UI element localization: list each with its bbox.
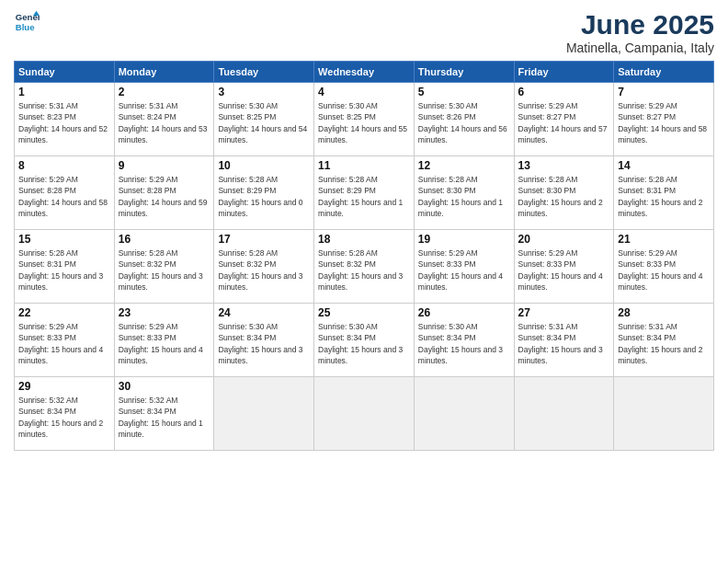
day-number: 7 (618, 86, 710, 98)
calendar-cell (614, 377, 714, 451)
day-info: Sunrise: 5:30 AM Sunset: 8:34 PM Dayligh… (418, 321, 510, 366)
weekday-wednesday: Wednesday (314, 62, 415, 83)
calendar-cell (214, 377, 314, 451)
day-info: Sunrise: 5:29 AM Sunset: 8:28 PM Dayligh… (119, 174, 210, 219)
day-number: 8 (18, 159, 110, 172)
day-info: Sunrise: 5:32 AM Sunset: 8:34 PM Dayligh… (119, 395, 210, 440)
calendar-cell: 21 Sunrise: 5:29 AM Sunset: 8:33 PM Dayl… (614, 230, 714, 304)
day-info: Sunrise: 5:28 AM Sunset: 8:32 PM Dayligh… (119, 247, 210, 293)
day-info: Sunrise: 5:29 AM Sunset: 8:27 PM Dayligh… (518, 100, 610, 145)
day-number: 19 (418, 233, 510, 246)
day-number: 18 (318, 233, 410, 246)
calendar-cell: 24 Sunrise: 5:30 AM Sunset: 8:34 PM Dayl… (214, 304, 314, 377)
day-number: 22 (18, 306, 110, 319)
calendar-cell: 28 Sunrise: 5:31 AM Sunset: 8:34 PM Dayl… (614, 304, 714, 377)
calendar-cell (314, 377, 415, 451)
calendar-cell: 29 Sunrise: 5:32 AM Sunset: 8:34 PM Dayl… (15, 377, 115, 451)
day-info: Sunrise: 5:28 AM Sunset: 8:30 PM Dayligh… (418, 174, 510, 219)
calendar-container: General Blue June 2025 Matinella, Campan… (0, 0, 728, 563)
calendar-cell: 14 Sunrise: 5:28 AM Sunset: 8:31 PM Dayl… (614, 156, 714, 230)
day-number: 20 (518, 233, 610, 246)
day-info: Sunrise: 5:29 AM Sunset: 8:33 PM Dayligh… (18, 321, 110, 366)
weekday-tuesday: Tuesday (214, 62, 314, 83)
calendar-cell: 16 Sunrise: 5:28 AM Sunset: 8:32 PM Dayl… (114, 230, 214, 304)
day-info: Sunrise: 5:30 AM Sunset: 8:25 PM Dayligh… (218, 100, 310, 145)
day-info: Sunrise: 5:31 AM Sunset: 8:24 PM Dayligh… (119, 100, 210, 145)
day-number: 6 (518, 86, 610, 98)
day-info: Sunrise: 5:30 AM Sunset: 8:34 PM Dayligh… (318, 321, 410, 366)
calendar-cell: 25 Sunrise: 5:30 AM Sunset: 8:34 PM Dayl… (314, 304, 415, 377)
calendar-week-4: 22 Sunrise: 5:29 AM Sunset: 8:33 PM Dayl… (15, 304, 714, 377)
weekday-header-row: SundayMondayTuesdayWednesdayThursdayFrid… (15, 62, 714, 83)
calendar-cell: 20 Sunrise: 5:29 AM Sunset: 8:33 PM Dayl… (514, 230, 614, 304)
title-block: June 2025 Matinella, Campania, Italy (566, 9, 714, 55)
day-info: Sunrise: 5:30 AM Sunset: 8:26 PM Dayligh… (418, 100, 510, 145)
day-number: 12 (418, 159, 510, 172)
day-info: Sunrise: 5:28 AM Sunset: 8:32 PM Dayligh… (218, 247, 310, 293)
day-number: 16 (119, 233, 210, 246)
calendar-cell: 13 Sunrise: 5:28 AM Sunset: 8:30 PM Dayl… (514, 156, 614, 230)
calendar-cell: 30 Sunrise: 5:32 AM Sunset: 8:34 PM Dayl… (114, 377, 214, 451)
day-number: 11 (318, 159, 410, 172)
calendar-cell: 7 Sunrise: 5:29 AM Sunset: 8:27 PM Dayli… (614, 83, 714, 156)
day-number: 23 (119, 306, 210, 319)
calendar-title: June 2025 (566, 9, 714, 40)
calendar-cell: 17 Sunrise: 5:28 AM Sunset: 8:32 PM Dayl… (214, 230, 314, 304)
logo-icon: General Blue (14, 9, 40, 35)
day-number: 24 (218, 306, 310, 319)
calendar-cell: 9 Sunrise: 5:29 AM Sunset: 8:28 PM Dayli… (114, 156, 214, 230)
day-number: 27 (518, 306, 610, 319)
day-number: 10 (218, 159, 310, 172)
day-info: Sunrise: 5:29 AM Sunset: 8:33 PM Dayligh… (418, 247, 510, 293)
day-number: 17 (218, 233, 310, 246)
calendar-cell: 15 Sunrise: 5:28 AM Sunset: 8:31 PM Dayl… (15, 230, 115, 304)
day-info: Sunrise: 5:29 AM Sunset: 8:27 PM Dayligh… (618, 100, 710, 145)
day-info: Sunrise: 5:31 AM Sunset: 8:23 PM Dayligh… (18, 100, 110, 145)
calendar-week-2: 8 Sunrise: 5:29 AM Sunset: 8:28 PM Dayli… (15, 156, 714, 230)
day-info: Sunrise: 5:29 AM Sunset: 8:28 PM Dayligh… (18, 174, 110, 219)
calendar-cell: 6 Sunrise: 5:29 AM Sunset: 8:27 PM Dayli… (514, 83, 614, 156)
header: General Blue June 2025 Matinella, Campan… (14, 9, 714, 55)
svg-text:Blue: Blue (16, 22, 35, 32)
calendar-cell: 19 Sunrise: 5:29 AM Sunset: 8:33 PM Dayl… (414, 230, 514, 304)
calendar-cell: 3 Sunrise: 5:30 AM Sunset: 8:25 PM Dayli… (214, 83, 314, 156)
calendar-table: SundayMondayTuesdayWednesdayThursdayFrid… (14, 61, 714, 451)
day-info: Sunrise: 5:29 AM Sunset: 8:33 PM Dayligh… (119, 321, 210, 366)
weekday-monday: Monday (114, 62, 214, 83)
day-info: Sunrise: 5:31 AM Sunset: 8:34 PM Dayligh… (618, 321, 710, 366)
day-number: 2 (119, 86, 210, 98)
day-info: Sunrise: 5:28 AM Sunset: 8:32 PM Dayligh… (318, 247, 410, 293)
day-number: 30 (119, 380, 210, 393)
day-info: Sunrise: 5:30 AM Sunset: 8:34 PM Dayligh… (218, 321, 310, 366)
day-info: Sunrise: 5:32 AM Sunset: 8:34 PM Dayligh… (18, 395, 110, 440)
day-number: 25 (318, 306, 410, 319)
calendar-cell: 23 Sunrise: 5:29 AM Sunset: 8:33 PM Dayl… (114, 304, 214, 377)
calendar-cell: 18 Sunrise: 5:28 AM Sunset: 8:32 PM Dayl… (314, 230, 415, 304)
day-number: 9 (119, 159, 210, 172)
day-number: 26 (418, 306, 510, 319)
day-info: Sunrise: 5:28 AM Sunset: 8:29 PM Dayligh… (218, 174, 310, 219)
calendar-cell: 5 Sunrise: 5:30 AM Sunset: 8:26 PM Dayli… (414, 83, 514, 156)
calendar-cell: 8 Sunrise: 5:29 AM Sunset: 8:28 PM Dayli… (15, 156, 115, 230)
day-info: Sunrise: 5:28 AM Sunset: 8:31 PM Dayligh… (18, 247, 110, 293)
calendar-cell: 11 Sunrise: 5:28 AM Sunset: 8:29 PM Dayl… (314, 156, 415, 230)
calendar-cell: 2 Sunrise: 5:31 AM Sunset: 8:24 PM Dayli… (114, 83, 214, 156)
weekday-thursday: Thursday (414, 62, 514, 83)
calendar-cell: 12 Sunrise: 5:28 AM Sunset: 8:30 PM Dayl… (414, 156, 514, 230)
day-info: Sunrise: 5:29 AM Sunset: 8:33 PM Dayligh… (618, 247, 710, 293)
day-info: Sunrise: 5:31 AM Sunset: 8:34 PM Dayligh… (518, 321, 610, 366)
calendar-cell: 22 Sunrise: 5:29 AM Sunset: 8:33 PM Dayl… (15, 304, 115, 377)
day-number: 5 (418, 86, 510, 98)
calendar-cell (514, 377, 614, 451)
calendar-week-3: 15 Sunrise: 5:28 AM Sunset: 8:31 PM Dayl… (15, 230, 714, 304)
day-info: Sunrise: 5:29 AM Sunset: 8:33 PM Dayligh… (518, 247, 610, 293)
day-number: 1 (18, 86, 110, 98)
calendar-cell: 4 Sunrise: 5:30 AM Sunset: 8:25 PM Dayli… (314, 83, 415, 156)
day-info: Sunrise: 5:28 AM Sunset: 8:30 PM Dayligh… (518, 174, 610, 219)
calendar-subtitle: Matinella, Campania, Italy (566, 40, 714, 55)
day-number: 28 (618, 306, 710, 319)
logo: General Blue (14, 9, 40, 35)
weekday-friday: Friday (514, 62, 614, 83)
day-number: 14 (618, 159, 710, 172)
calendar-cell: 1 Sunrise: 5:31 AM Sunset: 8:23 PM Dayli… (15, 83, 115, 156)
